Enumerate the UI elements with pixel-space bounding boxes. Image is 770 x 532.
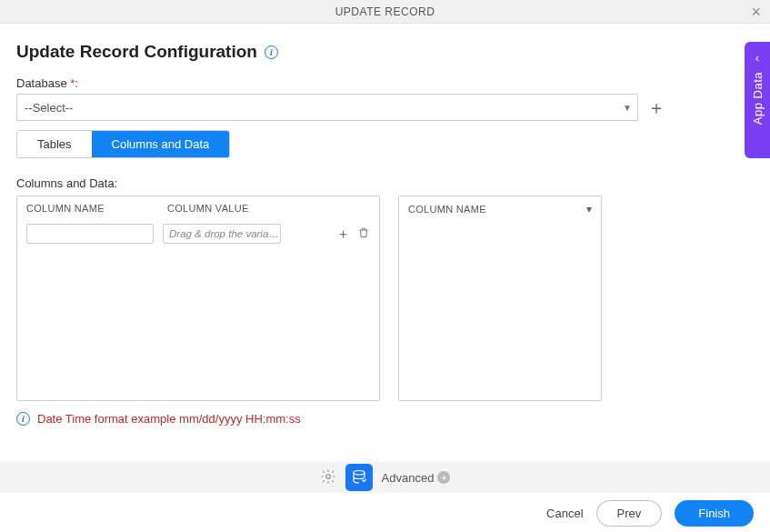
content-area: Update Record Configuration i Database *… <box>0 24 770 426</box>
filter-icon[interactable]: ▾ <box>586 203 592 216</box>
close-icon[interactable]: × <box>751 4 761 20</box>
plus-circle-icon: + <box>437 471 450 484</box>
database-label: Database *: <box>16 76 754 90</box>
database-label-text: Database <box>16 76 67 90</box>
column-value-header: COLUMN VALUE <box>167 203 370 214</box>
label-colon: : <box>75 76 78 90</box>
database-icon[interactable] <box>345 464 373 491</box>
dialog-title: UPDATE RECORD <box>335 5 435 18</box>
column-row: Drag & drop the varia… ＋ <box>17 220 379 247</box>
left-panel-header: COLUMN NAME COLUMN VALUE <box>17 196 379 220</box>
database-select[interactable]: --Select-- ▼ <box>16 94 638 121</box>
hint-row: i Date Time format example mm/dd/yyyy HH… <box>16 412 754 426</box>
tab-tables[interactable]: Tables <box>17 131 92 157</box>
svg-point-0 <box>325 474 330 478</box>
advanced-label[interactable]: Advanced + <box>382 471 451 485</box>
finish-button[interactable]: Finish <box>675 500 754 527</box>
dialog-header: UPDATE RECORD × <box>0 0 770 24</box>
column-value-input[interactable]: Drag & drop the varia… <box>163 224 281 244</box>
add-database-icon[interactable]: ＋ <box>647 98 665 116</box>
prev-button[interactable]: Prev <box>596 500 663 527</box>
chevron-down-icon: ▼ <box>623 103 632 113</box>
info-icon[interactable]: i <box>265 45 278 59</box>
chevron-left-icon: ‹ <box>755 51 759 65</box>
row-actions: ＋ <box>336 226 370 243</box>
tabs: Tables Columns and Data <box>16 130 230 158</box>
available-columns-panel: COLUMN NAME ▾ <box>398 196 602 401</box>
advanced-text: Advanced <box>382 471 435 485</box>
add-row-icon[interactable]: ＋ <box>336 226 350 243</box>
datetime-hint: Date Time format example mm/dd/yyyy HH:m… <box>37 412 301 426</box>
database-select-value: --Select-- <box>25 101 73 115</box>
column-name-input[interactable] <box>26 224 154 244</box>
delete-row-icon[interactable] <box>357 226 370 242</box>
cancel-button[interactable]: Cancel <box>546 507 583 520</box>
columns-section-label: Columns and Data: <box>16 176 754 190</box>
columns-values-panel: COLUMN NAME COLUMN VALUE Drag & drop the… <box>16 196 380 401</box>
gear-icon[interactable] <box>320 468 336 487</box>
side-panel-toggle[interactable]: ‹ App Data <box>745 42 770 158</box>
database-select-row: --Select-- ▼ ＋ <box>16 94 754 121</box>
panels-row: COLUMN NAME COLUMN VALUE Drag & drop the… <box>16 196 754 401</box>
side-panel-label: App Data <box>751 72 765 125</box>
tab-columns-and-data[interactable]: Columns and Data <box>92 131 230 157</box>
info-icon: i <box>16 412 30 426</box>
right-panel-header: COLUMN NAME ▾ <box>399 196 601 222</box>
toolbar: Advanced + <box>0 462 770 493</box>
page-title: Update Record Configuration <box>16 42 257 62</box>
page-title-row: Update Record Configuration i <box>16 42 754 62</box>
column-name-header: COLUMN NAME <box>26 203 167 214</box>
right-column-name-header: COLUMN NAME <box>408 204 486 215</box>
svg-point-1 <box>354 471 365 476</box>
footer: Cancel Prev Finish <box>0 494 770 532</box>
